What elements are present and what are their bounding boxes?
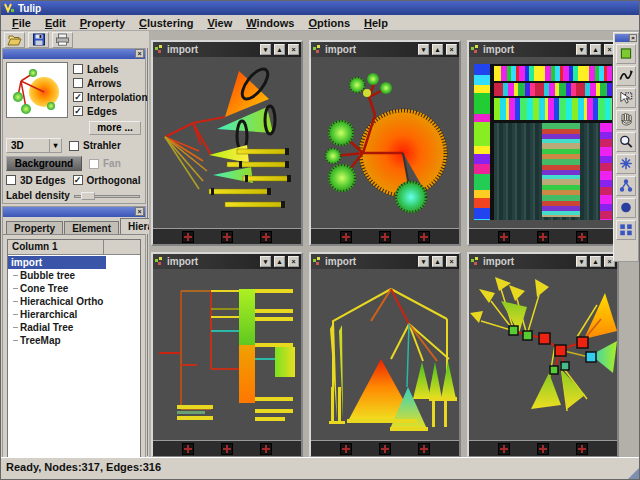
- tree-layout-tool[interactable]: [616, 176, 636, 196]
- checkbox-box[interactable]: ✓: [73, 175, 83, 185]
- maximize-button[interactable]: ▴: [590, 256, 601, 267]
- background-color-button[interactable]: Background: [6, 156, 82, 171]
- menu-item-file[interactable]: File: [5, 16, 38, 30]
- nav-cross-icon[interactable]: [576, 443, 588, 455]
- menu-item-property[interactable]: Property: [73, 16, 132, 30]
- nav-cross-icon[interactable]: [182, 443, 194, 455]
- minimize-button[interactable]: ▾: [418, 256, 429, 267]
- graph-view-hierarchical[interactable]: [311, 269, 459, 440]
- slider-handle[interactable]: [81, 192, 95, 200]
- checkbox-box[interactable]: [69, 141, 79, 151]
- close-icon[interactable]: ×: [629, 34, 637, 42]
- info-tabs-titlebar[interactable]: ×: [3, 207, 145, 217]
- mdi-window-2[interactable]: import ▾ ▴ ×: [309, 40, 461, 246]
- nav-cross-icon[interactable]: [537, 231, 549, 243]
- mdi-window-titlebar[interactable]: import ▾ ▴ ×: [311, 42, 459, 57]
- mode-select[interactable]: 3D ▾: [6, 138, 62, 153]
- menu-item-help[interactable]: Help: [357, 16, 395, 30]
- nav-cross-icon[interactable]: [418, 231, 430, 243]
- close-button[interactable]: ×: [288, 44, 299, 55]
- 3d-edges-checkbox[interactable]: 3D Edges: [6, 174, 66, 186]
- print-button[interactable]: [52, 32, 73, 48]
- mdi-window-titlebar[interactable]: import ▾ ▴ ×: [311, 254, 459, 269]
- nav-cross-icon[interactable]: [221, 443, 233, 455]
- maximize-button[interactable]: ▴: [432, 256, 443, 267]
- mdi-window-4[interactable]: import ▾ ▴ ×: [151, 252, 303, 458]
- menu-item-clustering[interactable]: Clustering: [132, 16, 200, 30]
- mdi-window-1[interactable]: import ▾ ▴ ×: [151, 40, 303, 246]
- maximize-button[interactable]: ▴: [590, 44, 601, 55]
- nav-cross-icon[interactable]: [340, 443, 352, 455]
- add-node-tool[interactable]: [616, 44, 636, 64]
- window-titlebar[interactable]: Tulip: [1, 1, 639, 15]
- mdi-window-titlebar[interactable]: import ▾ ▴ ×: [469, 254, 617, 269]
- tree-item-import[interactable]: import: [8, 256, 106, 269]
- checkbox-box[interactable]: [6, 175, 16, 185]
- nav-cross-icon[interactable]: [221, 231, 233, 243]
- nav-cross-icon[interactable]: [537, 443, 549, 455]
- pan-tool[interactable]: [616, 110, 636, 130]
- orthogonal-checkbox[interactable]: ✓ Orthogonal: [73, 174, 141, 186]
- zoom-tool[interactable]: [616, 132, 636, 152]
- tab-property[interactable]: Property: [6, 221, 63, 234]
- checkbox-box[interactable]: ✓: [73, 106, 83, 116]
- tree-item-cone-tree[interactable]: Cone Tree: [8, 282, 140, 295]
- nav-cross-icon[interactable]: [498, 443, 510, 455]
- mdi-window-titlebar[interactable]: import ▾ ▴ ×: [469, 42, 617, 57]
- maximize-button[interactable]: ▴: [274, 256, 285, 267]
- graph-view-bubble-tree[interactable]: [311, 57, 459, 228]
- strahler-checkbox[interactable]: Strahler: [69, 140, 121, 152]
- nav-cross-icon[interactable]: [379, 231, 391, 243]
- tree-item-bubble-tree[interactable]: Bubble tree: [8, 269, 140, 282]
- close-icon[interactable]: ×: [135, 207, 144, 216]
- tab-element[interactable]: Element: [64, 221, 119, 234]
- nav-cross-icon[interactable]: [260, 231, 272, 243]
- tree-item-hierarchical[interactable]: Hierarchical: [8, 308, 140, 321]
- toolbar-handle[interactable]: ×: [615, 34, 637, 42]
- menu-item-windows[interactable]: Windows: [239, 16, 301, 30]
- close-icon[interactable]: ×: [135, 49, 144, 58]
- menu-item-options[interactable]: Options: [301, 16, 357, 30]
- graph-view-radial-tree[interactable]: [469, 269, 617, 440]
- close-button[interactable]: ×: [446, 256, 457, 267]
- grid-layout-tool[interactable]: [616, 220, 636, 240]
- label-density-slider[interactable]: [74, 191, 140, 201]
- edit-edge-tool[interactable]: [616, 66, 636, 86]
- menu-item-edit[interactable]: Edit: [38, 16, 73, 30]
- labels-checkbox[interactable]: Labels: [73, 63, 148, 75]
- maximize-button[interactable]: ▴: [274, 44, 285, 55]
- minimize-button[interactable]: ▾: [260, 256, 271, 267]
- mdi-window-5[interactable]: import ▾ ▴ ×: [309, 252, 461, 458]
- minimize-button[interactable]: ▾: [576, 256, 587, 267]
- nav-cross-icon[interactable]: [418, 443, 430, 455]
- mdi-window-6[interactable]: import ▾ ▴ ×: [467, 252, 619, 458]
- mdi-window-titlebar[interactable]: import ▾ ▴ ×: [153, 42, 301, 57]
- checkbox-box[interactable]: [73, 64, 83, 74]
- arrows-checkbox[interactable]: Arrows: [73, 77, 148, 89]
- tree-item-radial-tree[interactable]: Radial Tree: [8, 321, 140, 334]
- tree-item-hierachical-ortho[interactable]: Hierachical Ortho: [8, 295, 140, 308]
- close-button[interactable]: ×: [288, 256, 299, 267]
- minimize-button[interactable]: ▾: [260, 44, 271, 55]
- star-layout-tool[interactable]: [616, 154, 636, 174]
- open-button[interactable]: [4, 32, 25, 48]
- maximize-button[interactable]: ▴: [432, 44, 443, 55]
- checkbox-box[interactable]: ✓: [73, 92, 83, 102]
- graph-view-treemap[interactable]: [469, 57, 617, 228]
- save-button[interactable]: [28, 32, 49, 48]
- circle-layout-tool[interactable]: [616, 198, 636, 218]
- mdi-window-titlebar[interactable]: import ▾ ▴ ×: [153, 254, 301, 269]
- interpolation-checkbox[interactable]: ✓ Interpolation: [73, 91, 148, 103]
- minimize-button[interactable]: ▾: [418, 44, 429, 55]
- nav-cross-icon[interactable]: [379, 443, 391, 455]
- checkbox-box[interactable]: [73, 78, 83, 88]
- render-settings-titlebar[interactable]: ×: [3, 49, 145, 59]
- graph-view-hierarchical-ortho[interactable]: [153, 269, 301, 440]
- nav-cross-icon[interactable]: [340, 231, 352, 243]
- nav-cross-icon[interactable]: [576, 231, 588, 243]
- nav-cross-icon[interactable]: [498, 231, 510, 243]
- close-button[interactable]: ×: [446, 44, 457, 55]
- nav-cross-icon[interactable]: [182, 231, 194, 243]
- menu-item-view[interactable]: View: [200, 16, 239, 30]
- edges-checkbox[interactable]: ✓ Edges: [73, 105, 148, 117]
